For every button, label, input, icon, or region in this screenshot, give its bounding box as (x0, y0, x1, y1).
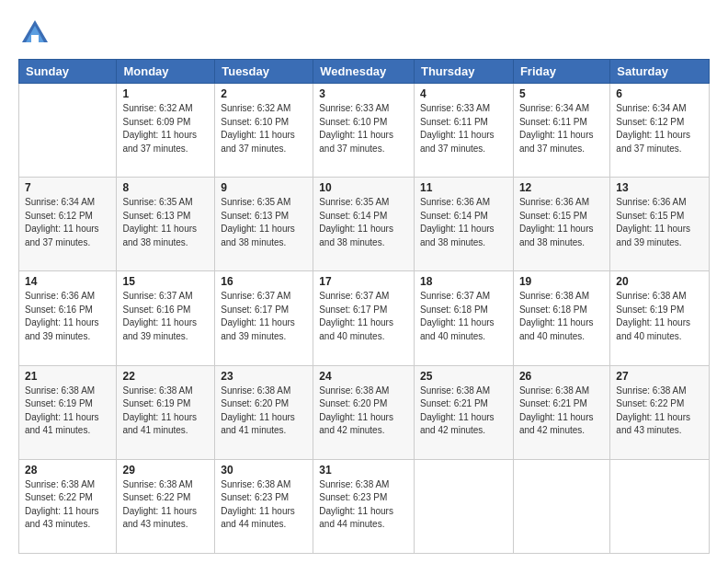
day-number: 31 (319, 464, 408, 477)
calendar-week-3: 14Sunrise: 6:36 AM Sunset: 6:16 PM Dayli… (19, 271, 710, 365)
calendar-cell: 13Sunrise: 6:36 AM Sunset: 6:15 PM Dayli… (610, 178, 710, 271)
day-info: Sunrise: 6:37 AM Sunset: 6:17 PM Dayligh… (319, 290, 408, 343)
day-info: Sunrise: 6:32 AM Sunset: 6:10 PM Dayligh… (221, 102, 307, 155)
calendar-cell: 3Sunrise: 6:33 AM Sunset: 6:10 PM Daylig… (313, 84, 415, 178)
day-info: Sunrise: 6:38 AM Sunset: 6:22 PM Dayligh… (25, 478, 110, 532)
day-info: Sunrise: 6:36 AM Sunset: 6:16 PM Dayligh… (25, 290, 110, 343)
day-info: Sunrise: 6:35 AM Sunset: 6:14 PM Dayligh… (319, 196, 408, 249)
calendar-cell: 2Sunrise: 6:32 AM Sunset: 6:10 PM Daylig… (215, 84, 313, 178)
calendar-cell: 22Sunrise: 6:38 AM Sunset: 6:19 PM Dayli… (117, 365, 215, 459)
weekday-header-thursday: Thursday (414, 60, 513, 84)
calendar-cell: 17Sunrise: 6:37 AM Sunset: 6:17 PM Dayli… (313, 271, 415, 365)
calendar-week-4: 21Sunrise: 6:38 AM Sunset: 6:19 PM Dayli… (19, 365, 710, 459)
weekday-header-sunday: Sunday (19, 60, 117, 84)
day-info: Sunrise: 6:36 AM Sunset: 6:15 PM Dayligh… (519, 196, 604, 249)
calendar-cell (513, 459, 609, 553)
calendar-cell: 7Sunrise: 6:34 AM Sunset: 6:12 PM Daylig… (19, 178, 117, 271)
day-number: 4 (420, 87, 507, 100)
day-number: 13 (616, 181, 703, 194)
day-number: 23 (221, 370, 307, 383)
calendar-cell: 10Sunrise: 6:35 AM Sunset: 6:14 PM Dayli… (313, 178, 415, 271)
weekday-header-friday: Friday (513, 60, 609, 84)
weekday-header-wednesday: Wednesday (313, 60, 415, 84)
calendar-cell: 15Sunrise: 6:37 AM Sunset: 6:16 PM Dayli… (117, 271, 215, 365)
day-info: Sunrise: 6:38 AM Sunset: 6:23 PM Dayligh… (319, 478, 408, 532)
day-number: 8 (122, 181, 209, 194)
calendar-cell: 31Sunrise: 6:38 AM Sunset: 6:23 PM Dayli… (313, 459, 415, 553)
svg-rect-2 (31, 35, 39, 42)
day-info: Sunrise: 6:35 AM Sunset: 6:13 PM Dayligh… (221, 196, 307, 249)
calendar-cell: 5Sunrise: 6:34 AM Sunset: 6:11 PM Daylig… (513, 84, 609, 178)
day-number: 19 (519, 275, 604, 288)
day-number: 21 (25, 370, 110, 383)
day-info: Sunrise: 6:38 AM Sunset: 6:22 PM Dayligh… (122, 478, 209, 532)
day-info: Sunrise: 6:33 AM Sunset: 6:11 PM Dayligh… (420, 102, 507, 155)
day-number: 11 (420, 181, 507, 194)
day-info: Sunrise: 6:37 AM Sunset: 6:16 PM Dayligh… (122, 290, 209, 343)
day-number: 17 (319, 275, 408, 288)
day-info: Sunrise: 6:35 AM Sunset: 6:13 PM Dayligh… (122, 196, 209, 249)
calendar-cell (610, 459, 710, 553)
logo-icon (18, 17, 51, 50)
calendar-week-5: 28Sunrise: 6:38 AM Sunset: 6:22 PM Dayli… (19, 459, 710, 553)
day-number: 28 (25, 464, 110, 477)
day-info: Sunrise: 6:36 AM Sunset: 6:15 PM Dayligh… (616, 196, 703, 249)
day-info: Sunrise: 6:38 AM Sunset: 6:22 PM Dayligh… (616, 385, 703, 438)
day-info: Sunrise: 6:38 AM Sunset: 6:20 PM Dayligh… (221, 385, 307, 438)
calendar-header-row: SundayMondayTuesdayWednesdayThursdayFrid… (19, 60, 710, 84)
calendar-cell (19, 84, 117, 178)
calendar-cell: 8Sunrise: 6:35 AM Sunset: 6:13 PM Daylig… (117, 178, 215, 271)
calendar-cell: 29Sunrise: 6:38 AM Sunset: 6:22 PM Dayli… (117, 459, 215, 553)
day-number: 22 (122, 370, 209, 383)
calendar-cell (414, 459, 513, 553)
calendar-cell: 24Sunrise: 6:38 AM Sunset: 6:20 PM Dayli… (313, 365, 415, 459)
day-number: 7 (25, 181, 110, 194)
calendar-cell: 25Sunrise: 6:38 AM Sunset: 6:21 PM Dayli… (414, 365, 513, 459)
header (18, 17, 710, 50)
day-info: Sunrise: 6:34 AM Sunset: 6:12 PM Dayligh… (25, 196, 110, 249)
day-number: 9 (221, 181, 307, 194)
day-number: 3 (319, 87, 408, 100)
day-number: 30 (221, 464, 307, 477)
weekday-header-saturday: Saturday (610, 60, 710, 84)
weekday-header-monday: Monday (117, 60, 215, 84)
day-info: Sunrise: 6:34 AM Sunset: 6:11 PM Dayligh… (519, 102, 604, 155)
calendar-cell: 4Sunrise: 6:33 AM Sunset: 6:11 PM Daylig… (414, 84, 513, 178)
day-info: Sunrise: 6:32 AM Sunset: 6:09 PM Dayligh… (122, 102, 209, 155)
day-number: 27 (616, 370, 703, 383)
calendar-cell: 6Sunrise: 6:34 AM Sunset: 6:12 PM Daylig… (610, 84, 710, 178)
day-number: 12 (519, 181, 604, 194)
calendar-cell: 16Sunrise: 6:37 AM Sunset: 6:17 PM Dayli… (215, 271, 313, 365)
day-number: 15 (122, 275, 209, 288)
day-info: Sunrise: 6:36 AM Sunset: 6:14 PM Dayligh… (420, 196, 507, 249)
calendar-cell: 9Sunrise: 6:35 AM Sunset: 6:13 PM Daylig… (215, 178, 313, 271)
day-info: Sunrise: 6:38 AM Sunset: 6:18 PM Dayligh… (519, 290, 604, 343)
day-info: Sunrise: 6:33 AM Sunset: 6:10 PM Dayligh… (319, 102, 408, 155)
day-info: Sunrise: 6:38 AM Sunset: 6:19 PM Dayligh… (616, 290, 703, 343)
day-info: Sunrise: 6:37 AM Sunset: 6:18 PM Dayligh… (420, 290, 507, 343)
calendar-cell: 18Sunrise: 6:37 AM Sunset: 6:18 PM Dayli… (414, 271, 513, 365)
day-number: 18 (420, 275, 507, 288)
calendar-cell: 30Sunrise: 6:38 AM Sunset: 6:23 PM Dayli… (215, 459, 313, 553)
logo (18, 17, 55, 50)
calendar-cell: 12Sunrise: 6:36 AM Sunset: 6:15 PM Dayli… (513, 178, 609, 271)
calendar-body: 1Sunrise: 6:32 AM Sunset: 6:09 PM Daylig… (19, 84, 710, 554)
calendar-cell: 23Sunrise: 6:38 AM Sunset: 6:20 PM Dayli… (215, 365, 313, 459)
day-number: 20 (616, 275, 703, 288)
day-info: Sunrise: 6:37 AM Sunset: 6:17 PM Dayligh… (221, 290, 307, 343)
calendar-cell: 26Sunrise: 6:38 AM Sunset: 6:21 PM Dayli… (513, 365, 609, 459)
calendar-cell: 28Sunrise: 6:38 AM Sunset: 6:22 PM Dayli… (19, 459, 117, 553)
page: SundayMondayTuesdayWednesdayThursdayFrid… (0, 0, 728, 563)
day-number: 10 (319, 181, 408, 194)
day-number: 24 (319, 370, 408, 383)
calendar-cell: 11Sunrise: 6:36 AM Sunset: 6:14 PM Dayli… (414, 178, 513, 271)
day-number: 16 (221, 275, 307, 288)
day-info: Sunrise: 6:38 AM Sunset: 6:19 PM Dayligh… (25, 385, 110, 438)
calendar-week-2: 7Sunrise: 6:34 AM Sunset: 6:12 PM Daylig… (19, 178, 710, 271)
day-number: 6 (616, 87, 703, 100)
day-info: Sunrise: 6:38 AM Sunset: 6:19 PM Dayligh… (122, 385, 209, 438)
day-number: 14 (25, 275, 110, 288)
day-number: 2 (221, 87, 307, 100)
day-number: 29 (122, 464, 209, 477)
day-info: Sunrise: 6:34 AM Sunset: 6:12 PM Dayligh… (616, 102, 703, 155)
